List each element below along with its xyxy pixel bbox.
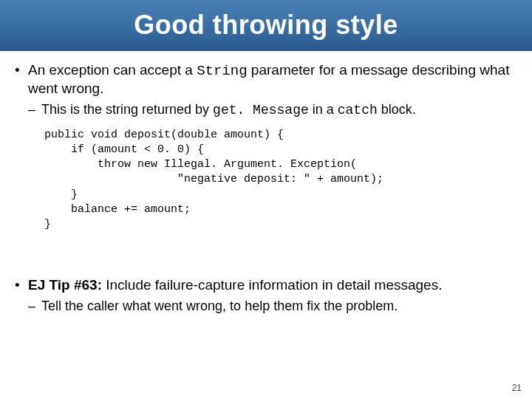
title-bar: Good throwing style [0, 0, 532, 51]
bullet-2-sub-1: Tell the caller what went wrong, to help… [28, 298, 517, 315]
slide-title: Good throwing style [134, 10, 398, 41]
slide-content: An exception can accept a String paramet… [0, 51, 532, 315]
bullet-2-text: EJ Tip #63: Include failure-capture info… [28, 277, 442, 293]
bullet-1: An exception can accept a String paramet… [15, 61, 517, 232]
bullet-1-text: An exception can accept a String paramet… [28, 62, 509, 96]
bullet-2-sub: Tell the caller what went wrong, to help… [28, 298, 517, 315]
bullet-2: EJ Tip #63: Include failure-capture info… [15, 276, 517, 314]
slide: Good throwing style An exception can acc… [0, 0, 532, 399]
code-block: public void deposit(double amount) { if … [44, 128, 517, 233]
bullet-list: An exception can accept a String paramet… [15, 61, 517, 315]
bullet-1-sub: This is the string returned by get. Mess… [28, 101, 517, 119]
spacer [15, 238, 517, 276]
bullet-1-sub-1: This is the string returned by get. Mess… [28, 101, 517, 119]
page-number: 21 [512, 383, 522, 393]
